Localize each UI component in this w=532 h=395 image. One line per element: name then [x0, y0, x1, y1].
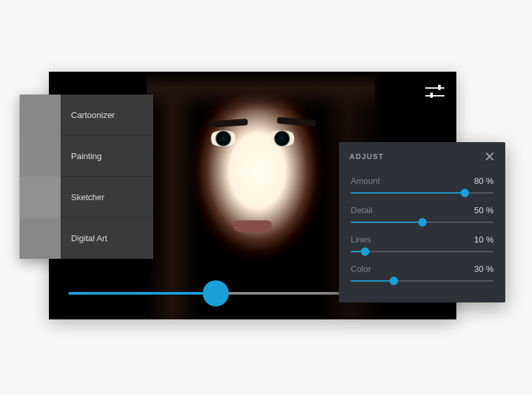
- slider-row-lines: Lines 10 %: [339, 232, 505, 261]
- slider-label: Detail: [351, 205, 372, 215]
- adjust-header: ADJUST: [339, 142, 505, 173]
- subject-brows: [209, 117, 319, 137]
- slider-thumb[interactable]: [389, 277, 398, 285]
- slider-thumb[interactable]: [461, 189, 469, 197]
- slider-detail[interactable]: [351, 222, 494, 223]
- subject-lips: [233, 220, 272, 232]
- filter-item-sketcher[interactable]: Sketcher: [20, 177, 153, 218]
- slider-color[interactable]: [351, 280, 494, 282]
- close-icon[interactable]: [484, 151, 495, 162]
- filter-thumb: [20, 218, 61, 259]
- filter-item-cartoonizer[interactable]: Cartoonizer: [20, 95, 153, 136]
- filter-thumb: [20, 136, 61, 177]
- slider-label: Amount: [351, 176, 380, 186]
- slider-label: Color: [351, 264, 371, 274]
- slider-label: Lines: [351, 235, 371, 244]
- slider-value: 30 %: [474, 264, 494, 274]
- filter-item-digital-art[interactable]: Digital Art: [20, 218, 153, 259]
- intensity-slider-fill: [68, 292, 216, 295]
- filter-label: Digital Art: [61, 218, 108, 259]
- subject-hair: [147, 72, 375, 111]
- slider-lines[interactable]: [351, 251, 494, 252]
- intensity-slider-thumb[interactable]: [203, 280, 229, 306]
- adjust-icon[interactable]: [425, 85, 445, 100]
- slider-fill: [351, 192, 465, 194]
- slider-thumb[interactable]: [361, 248, 369, 256]
- adjust-title: ADJUST: [349, 153, 384, 160]
- filter-list: Cartoonizer Painting Sketcher Digital Ar…: [20, 95, 153, 259]
- slider-row-color: Color 30 %: [339, 261, 505, 291]
- slider-fill: [351, 280, 394, 282]
- filter-thumb: [20, 177, 61, 218]
- filter-label: Cartoonizer: [61, 95, 115, 135]
- slider-amount[interactable]: [351, 192, 494, 194]
- filter-thumb: [20, 95, 61, 136]
- filter-item-painting[interactable]: Painting: [20, 136, 153, 177]
- slider-value: 80 %: [474, 176, 494, 186]
- slider-thumb[interactable]: [418, 218, 426, 227]
- filter-label: Sketcher: [61, 177, 104, 217]
- filter-label: Painting: [61, 136, 102, 176]
- adjust-panel: ADJUST Amount 80 % Detail 50 % Lines 10 …: [339, 142, 505, 302]
- slider-fill: [351, 222, 422, 223]
- slider-value: 50 %: [474, 205, 494, 215]
- slider-row-amount: Amount 80 %: [339, 173, 505, 203]
- slider-row-detail: Detail 50 %: [339, 203, 505, 232]
- slider-value: 10 %: [474, 235, 494, 244]
